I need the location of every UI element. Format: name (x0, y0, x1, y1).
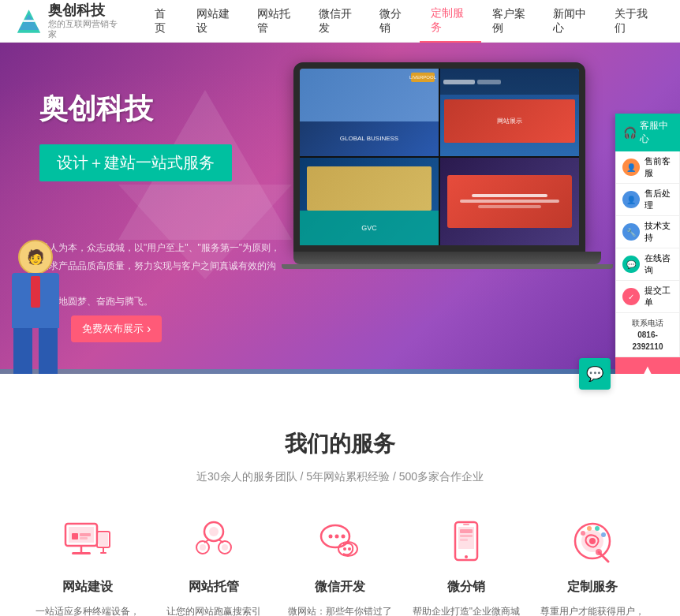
service-desc-wechat: 微网站：那些年你错过了什么？微信火了，你还要继续错过么？ (284, 603, 396, 616)
logo-icon (16, 7, 42, 35)
float-top-arrow-icon: ▲ (641, 364, 654, 374)
float-item-aftersale[interactable]: 👤 售后处理 (615, 184, 680, 216)
float-item-aftersale-label: 售后处理 (645, 188, 673, 211)
svg-rect-13 (100, 552, 106, 554)
service-name-wechat: 微信开发 (315, 579, 365, 595)
svg-rect-31 (460, 529, 473, 533)
float-item-tech-label: 技术支持 (645, 220, 673, 244)
svg-point-27 (343, 547, 346, 551)
main-nav: 首页 网站建设 网站托管 微信开发 微分销 定制服务 客户案例 新闻中心 关于我… (144, 0, 664, 43)
float-top-btn[interactable]: ▲ TOP (615, 357, 680, 374)
service-name-hosting: 网站托管 (189, 579, 239, 595)
svg-point-15 (209, 527, 219, 536)
nav-website-build[interactable]: 网站建设 (185, 0, 246, 43)
logo-sub: 您的互联网营销专家 (48, 19, 120, 39)
presale-icon: 👤 (622, 159, 640, 176)
nav-about[interactable]: 关于我们 (603, 0, 664, 43)
svg-rect-33 (460, 539, 468, 541)
float-phone-number: 0816-2392110 (622, 329, 673, 353)
services-section: 我们的服务 近30余人的服务团队 / 5年网站累积经验 / 500多家合作企业 (0, 390, 680, 616)
hero-badge-text: 免费灰布展示 (82, 322, 144, 336)
svg-point-23 (329, 535, 333, 539)
svg-point-41 (595, 526, 600, 531)
float-item-presale[interactable]: 👤 售前客服 (615, 151, 680, 184)
hero-desc-line3: 不断地圆梦、奋跑与腾飞。 (39, 293, 292, 311)
float-sidebar: 🎧 客服中心 👤 售前客服 👤 售后处理 🔧 技术支持 💬 在线咨询 ✓ 提交工… (615, 114, 680, 374)
float-sidebar-header: 🎧 客服中心 (615, 114, 680, 151)
consult-icon: 💬 (622, 256, 640, 273)
svg-point-39 (581, 531, 585, 536)
nav-micro[interactable]: 微分销 (368, 0, 420, 43)
svg-rect-6 (80, 533, 91, 536)
float-item-ticket[interactable]: ✓ 提交工单 (615, 281, 680, 313)
svg-rect-35 (463, 524, 469, 525)
ticket-icon: ✓ (622, 288, 640, 305)
nav-cases[interactable]: 客户案例 (481, 0, 542, 43)
hero-subtitle: 设计＋建站一站式服务 (57, 154, 215, 171)
service-name-website: 网站建设 (62, 579, 113, 595)
headset-icon: 🎧 (623, 126, 637, 139)
nav-hosting[interactable]: 网站托管 (246, 0, 307, 43)
logo-text: 奥创科技 您的互联网营销专家 (48, 2, 120, 40)
service-card-wechat: 微信开发 微网站：那些年你错过了什么？微信火了，你还要继续错过么？ 查看详情 (284, 516, 396, 616)
float-item-consult[interactable]: 💬 在线咨询 (615, 248, 680, 281)
hero-section: 奥创科技 设计＋建站一站式服务 以人为本，众志成城，以"用户至上"、"服务第一"… (0, 43, 680, 374)
svg-point-38 (589, 538, 596, 544)
hero-content: 奥创科技 设计＋建站一站式服务 (39, 90, 232, 197)
services-grid: 网站建设 一站适应多种终端设备，pc、pad、手机，无论在哪，想怎么看就怎么看。… (32, 516, 648, 616)
service-desc-micro: 帮助企业打造"企业微商城+粉丝店"的微信营销模式，粉丝裂变，让更多的人来帮你卖货… (410, 603, 522, 616)
svg-point-24 (335, 535, 339, 539)
svg-point-25 (342, 535, 346, 539)
float-item-consult-label: 在线咨询 (645, 252, 673, 276)
nav-home[interactable]: 首页 (144, 0, 185, 43)
nav-custom[interactable]: 定制服务 (420, 0, 480, 43)
hero-title: 奥创科技 (39, 90, 232, 129)
service-icon-website (62, 516, 113, 569)
hero-desc-line2: 追求产品品质高质量，努力实现与客户之间真诚有效的沟通， (39, 257, 292, 293)
float-header-label: 客服中心 (640, 119, 672, 146)
svg-rect-5 (72, 533, 78, 539)
svg-point-40 (587, 526, 592, 531)
hero-free-badge[interactable]: 免费灰布展示 › (71, 315, 162, 342)
service-icon-hosting (189, 516, 239, 569)
service-icon-wechat (315, 516, 365, 569)
hero-subtitle-box: 设计＋建站一站式服务 (39, 144, 232, 181)
hero-desc-block: 以人为本，众志成城，以"用户至上"、"服务第一"为原则， 追求产品品质高质量，努… (39, 239, 292, 311)
service-desc-custom: 尊重用户才能获得用户，着眼行业、分析受众，互联网+时代，追求良好的浏览体验。 (536, 603, 648, 616)
service-desc-website: 一站适应多种终端设备，pc、pad、手机，无论在哪，想怎么看就怎么看。 (32, 603, 144, 616)
svg-point-21 (222, 544, 228, 551)
logo[interactable]: 奥创科技 您的互联网营销专家 (16, 2, 120, 40)
service-desc-hosting: 让您的网站跑赢搜索引擎，让您的网站为您创造价值，站在您的立场衡得失，赚利避虚。 (158, 603, 270, 616)
svg-rect-9 (72, 552, 91, 554)
service-name-micro: 微分销 (447, 579, 485, 595)
svg-point-44 (596, 549, 602, 555)
float-item-presale-label: 售前客服 (645, 155, 673, 179)
service-icon-micro (441, 516, 491, 569)
hero-desc-line1: 以人为本，众志成城，以"用户至上"、"服务第一"为原则， (39, 239, 292, 257)
float-phone-block: 联系电话 0816-2392110 (615, 313, 680, 357)
float-phone-label: 联系电话 (622, 317, 673, 329)
service-name-custom: 定制服务 (567, 579, 618, 595)
nav-news[interactable]: 新闻中心 (542, 0, 603, 43)
nav-wechat[interactable]: 微信开发 (308, 0, 368, 43)
svg-rect-32 (460, 535, 473, 537)
svg-marker-1 (19, 13, 39, 29)
svg-rect-2 (23, 20, 35, 22)
svg-point-28 (348, 547, 351, 551)
svg-point-42 (601, 532, 606, 537)
chat-button[interactable]: 💬 (0, 358, 680, 390)
site-header: 奥创科技 您的互联网营销专家 首页 网站建设 网站托管 微信开发 微分销 定制服… (0, 0, 680, 43)
services-title: 我们的服务 (32, 429, 648, 459)
hero-mascot: 🧑 (0, 232, 71, 374)
float-item-ticket-label: 提交工单 (645, 285, 673, 308)
hero-badge-arrow: › (147, 322, 151, 336)
service-card-website: 网站建设 一站适应多种终端设备，pc、pad、手机，无论在哪，想怎么看就怎么看。… (32, 516, 144, 616)
service-card-custom: 定制服务 尊重用户才能获得用户，着眼行业、分析受众，互联网+时代，追求良好的浏览… (536, 516, 648, 616)
svg-rect-7 (80, 537, 88, 539)
svg-point-20 (200, 544, 206, 551)
logo-main: 奥创科技 (48, 2, 120, 20)
tech-icon: 🔧 (622, 223, 640, 241)
svg-point-34 (465, 555, 468, 558)
float-item-tech[interactable]: 🔧 技术支持 (615, 216, 680, 248)
aftersale-icon: 👤 (622, 191, 640, 208)
